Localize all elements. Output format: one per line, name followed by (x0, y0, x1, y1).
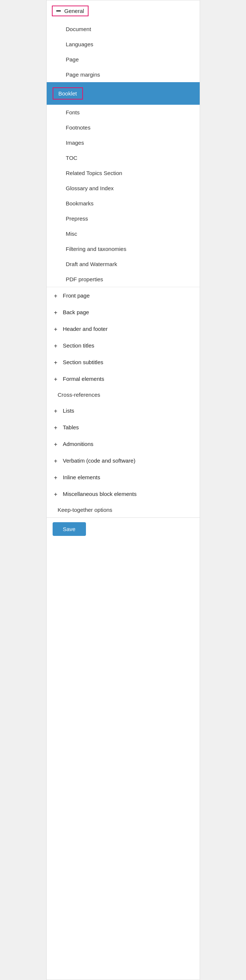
header-footer-label: Header and footer (63, 326, 108, 332)
sidebar-item-verbatim[interactable]: + Verbatim (code and software) (47, 452, 200, 469)
fonts-label: Fonts (47, 105, 200, 120)
images-label: Images (47, 135, 200, 150)
keep-together-label: Keep-together options (58, 507, 113, 513)
admonitions-label: Admonitions (63, 441, 94, 447)
prepress-label: Prepress (47, 211, 200, 226)
sidebar-item-back-page[interactable]: + Back page (47, 304, 200, 320)
sidebar-item-glossary[interactable]: Glossary and Index (47, 181, 200, 196)
misc-label: Misc (47, 226, 200, 241)
page-margins-label: Page margins (47, 67, 200, 82)
plus-icon: + (54, 326, 59, 332)
languages-label: Languages (47, 37, 200, 52)
sidebar-item-header-footer[interactable]: + Header and footer (47, 320, 200, 337)
misc-block-label: Miscellaneous block elements (63, 491, 137, 497)
pdf-label: PDF properties (47, 272, 200, 287)
sidebar-item-page[interactable]: Page (47, 52, 200, 67)
sidebar-item-booklet[interactable]: Booklet (47, 82, 200, 105)
sidebar-item-filtering[interactable]: Filtering and taxonomies (47, 241, 200, 256)
sidebar-item-footnotes[interactable]: Footnotes (47, 120, 200, 135)
plus-icon: + (54, 458, 59, 463)
sidebar-item-tables[interactable]: + Tables (47, 419, 200, 436)
sidebar-item-keep-together: Keep-together options (47, 502, 200, 517)
nav-list: General Document Languages Page Page mar… (47, 0, 200, 517)
minus-icon (56, 10, 61, 11)
plus-icon: + (54, 360, 59, 365)
sidebar-item-toc[interactable]: TOC (47, 150, 200, 165)
draft-label: Draft and Watermark (47, 256, 200, 272)
section-subtitles-label: Section subtitles (63, 359, 103, 365)
sidebar-item-cross-references: Cross-references (47, 387, 200, 402)
sidebar-item-page-margins[interactable]: Page margins (47, 67, 200, 82)
footnotes-label: Footnotes (47, 120, 200, 135)
plus-icon: + (54, 425, 59, 430)
plus-icon: + (54, 293, 59, 298)
document-label: Document (47, 21, 200, 37)
sidebar-item-admonitions[interactable]: + Admonitions (47, 436, 200, 452)
sidebar-item-bookmarks[interactable]: Bookmarks (47, 196, 200, 211)
plus-icon: + (54, 442, 59, 447)
toc-label: TOC (47, 150, 200, 165)
sidebar-item-formal-elements[interactable]: + Formal elements (47, 371, 200, 387)
sidebar-item-general[interactable]: General (47, 0, 200, 21)
booklet-label: Booklet (59, 90, 77, 97)
page-label: Page (47, 52, 200, 67)
save-button[interactable]: Save (53, 522, 86, 536)
sidebar-item-misc-block[interactable]: + Miscellaneous block elements (47, 485, 200, 502)
sidebar-item-lists[interactable]: + Lists (47, 402, 200, 419)
glossary-label: Glossary and Index (47, 181, 200, 196)
back-page-label: Back page (63, 309, 89, 315)
general-label: General (64, 8, 84, 14)
plus-icon: + (54, 475, 59, 480)
sidebar-item-inline-elements[interactable]: + Inline elements (47, 469, 200, 485)
sidebar-item-section-titles[interactable]: + Section titles (47, 337, 200, 354)
plus-icon: + (54, 376, 59, 382)
cross-references-label: Cross-references (58, 391, 101, 398)
plus-icon: + (54, 408, 59, 414)
sidebar-item-pdf[interactable]: PDF properties (47, 272, 200, 287)
plus-icon: + (54, 492, 59, 497)
bookmarks-label: Bookmarks (47, 196, 200, 211)
verbatim-label: Verbatim (code and software) (63, 457, 136, 464)
lists-label: Lists (63, 407, 75, 414)
sidebar-container: General Document Languages Page Page mar… (46, 0, 200, 980)
formal-elements-label: Formal elements (63, 375, 104, 382)
sidebar-item-section-subtitles[interactable]: + Section subtitles (47, 354, 200, 371)
plus-icon: + (54, 310, 59, 315)
sidebar-item-document[interactable]: Document (47, 21, 200, 37)
front-page-label: Front page (63, 293, 90, 299)
inline-elements-label: Inline elements (63, 474, 101, 480)
tables-label: Tables (63, 424, 79, 430)
filtering-label: Filtering and taxonomies (47, 241, 200, 256)
plus-icon: + (54, 343, 59, 348)
sidebar-item-prepress[interactable]: Prepress (47, 211, 200, 226)
related-topics-label: Related Topics Section (47, 165, 200, 181)
sidebar-item-images[interactable]: Images (47, 135, 200, 150)
save-bar: Save (47, 517, 200, 540)
sidebar-item-languages[interactable]: Languages (47, 37, 200, 52)
sidebar-item-related-topics[interactable]: Related Topics Section (47, 165, 200, 181)
section-titles-label: Section titles (63, 342, 94, 348)
sidebar-item-fonts[interactable]: Fonts (47, 105, 200, 120)
sidebar-item-front-page[interactable]: + Front page (47, 287, 200, 304)
sidebar-item-misc[interactable]: Misc (47, 226, 200, 241)
sidebar-item-draft[interactable]: Draft and Watermark (47, 256, 200, 272)
